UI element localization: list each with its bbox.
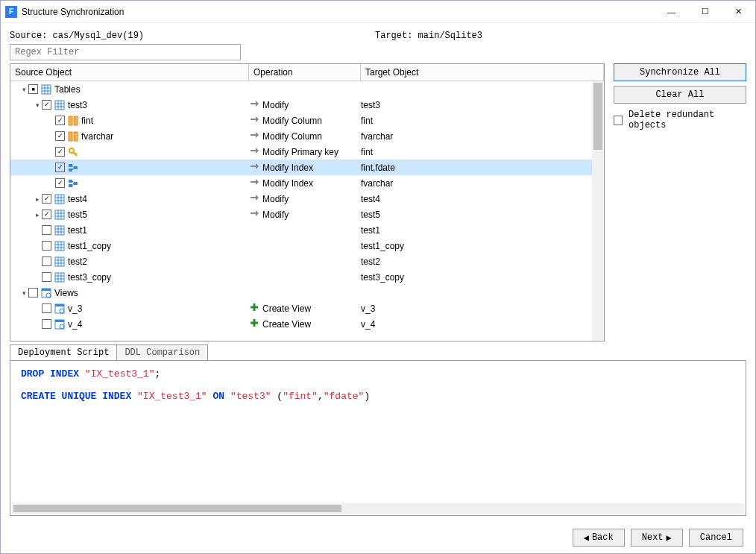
row-checkbox[interactable] (55, 178, 65, 188)
maximize-button[interactable]: ☐ (688, 1, 722, 23)
expand-toggle[interactable]: ▾ (19, 86, 28, 93)
close-button[interactable]: ✕ (722, 1, 755, 23)
expand-toggle (46, 133, 55, 140)
row-checkbox[interactable] (42, 256, 51, 266)
table-row[interactable]: ▸test4Modifytest4 (10, 191, 604, 207)
row-checkbox[interactable] (55, 163, 65, 172)
grid-body: ▾Tables▾test3Modifytest3 fintModify Colu… (10, 81, 604, 341)
row-label: test2 (68, 256, 87, 267)
row-label: test3 (68, 100, 87, 110)
clear-all-button[interactable]: Clear All (614, 86, 746, 104)
next-button[interactable]: Next▶ (631, 529, 683, 547)
svg-rect-16 (69, 132, 72, 141)
table-row[interactable]: Modify Primary keyfint (10, 144, 604, 160)
cancel-button[interactable]: Cancel (689, 529, 743, 547)
row-checkbox[interactable] (28, 84, 38, 94)
table-row[interactable]: test1test1 (10, 222, 604, 238)
table-row[interactable]: test2test2 (10, 254, 604, 269)
horizontal-scrollbar[interactable] (12, 503, 744, 514)
row-label: v_3 (68, 303, 82, 314)
expand-toggle (46, 148, 55, 156)
table-row[interactable]: ▾test3Modifytest3 (10, 97, 604, 113)
vertical-scrollbar[interactable] (592, 81, 604, 341)
table-row[interactable]: ▸test5Modifytest5 (10, 207, 604, 222)
svg-rect-74 (42, 289, 51, 291)
row-checkbox[interactable] (55, 131, 65, 141)
target-label: test1 (361, 225, 604, 236)
object-grid: Source Object Operation Target Object ▾T… (10, 63, 605, 341)
row-label: test1 (68, 225, 87, 236)
row-checkbox[interactable] (28, 288, 38, 298)
sql-keyword: CREATE UNIQUE INDEX (21, 391, 131, 402)
row-checkbox[interactable] (42, 319, 51, 329)
operation-label: Modify Index (262, 178, 313, 189)
minimize-button[interactable]: — (655, 1, 688, 23)
row-checkbox[interactable] (42, 272, 51, 282)
operation-label: Modify (262, 194, 289, 204)
row-checkbox[interactable] (55, 116, 65, 125)
operation-label: Create View (262, 319, 311, 330)
titlebar: F Structure Synchronization — ☐ ✕ (1, 1, 755, 23)
table-row[interactable]: v_4Create Viewv_4 (10, 316, 604, 332)
expand-toggle[interactable]: ▸ (33, 211, 42, 218)
regex-filter-input[interactable] (10, 44, 241, 60)
table-row[interactable]: fintModify Columnfint (10, 113, 604, 128)
modify-arrow-icon (249, 208, 259, 221)
row-checkbox[interactable] (42, 210, 51, 219)
delete-redundant-checkbox[interactable]: Delete redundant objects (614, 110, 746, 130)
expand-toggle[interactable]: ▾ (19, 289, 28, 297)
key-icon (68, 147, 78, 157)
svg-rect-63 (55, 257, 64, 266)
expand-toggle[interactable]: ▸ (33, 195, 42, 203)
row-checkbox[interactable] (42, 194, 51, 204)
svg-rect-12 (69, 116, 72, 125)
table-icon (54, 194, 65, 204)
svg-marker-52 (256, 210, 259, 216)
operation-label: Modify Index (262, 163, 313, 173)
svg-marker-31 (256, 163, 259, 169)
table-row[interactable]: Modify Indexfvarchar (10, 175, 604, 191)
column-operation[interactable]: Operation (249, 64, 361, 81)
svg-rect-39 (55, 195, 64, 204)
svg-line-22 (75, 153, 77, 154)
side-panel: Synchronize All Clear All Delete redunda… (614, 63, 746, 341)
tab-ddl-comparison[interactable]: DDL Comparison (116, 344, 208, 360)
expand-toggle[interactable]: ▾ (33, 101, 42, 109)
table-icon (54, 225, 65, 236)
row-checkbox[interactable] (42, 100, 51, 110)
table-row[interactable]: test1_copytest1_copy (10, 238, 604, 254)
svg-rect-68 (55, 273, 64, 282)
synchronize-all-button[interactable]: Synchronize All (614, 63, 746, 81)
expand-toggle (33, 227, 42, 234)
column-source[interactable]: Source Object (10, 64, 249, 81)
svg-rect-33 (69, 184, 72, 187)
svg-rect-5 (55, 101, 64, 110)
row-checkbox[interactable] (42, 303, 51, 313)
svg-rect-27 (74, 166, 78, 169)
modify-arrow-icon (249, 192, 259, 205)
target-label: test3_copy (361, 272, 604, 283)
row-checkbox[interactable] (42, 241, 51, 251)
target-label: test3 (361, 100, 604, 110)
tab-deployment-script[interactable]: Deployment Script (10, 344, 117, 360)
tables-icon (41, 84, 51, 95)
back-button[interactable]: ◀Back (573, 529, 625, 547)
row-label: v_4 (68, 319, 82, 330)
row-checkbox[interactable] (42, 225, 51, 235)
table-row[interactable]: test3_copytest3_copy (10, 269, 604, 285)
sql-string: "test3" (230, 391, 271, 402)
column-target[interactable]: Target Object (361, 64, 604, 81)
index-icon (68, 163, 78, 173)
table-row[interactable]: ▾Views (10, 285, 604, 300)
operation-label: Modify Column (262, 116, 322, 126)
table-row[interactable]: ▾Tables (10, 81, 604, 97)
table-icon (54, 210, 65, 220)
expand-toggle (33, 258, 42, 265)
operation-label: Modify Primary key (262, 147, 338, 157)
table-row[interactable]: Modify Indexfint,fdate (10, 160, 604, 175)
script-body[interactable]: DROP INDEX "IX_test3_1"; CREATE UNIQUE I… (10, 360, 746, 516)
table-row[interactable]: fvarcharModify Columnfvarchar (10, 128, 604, 144)
table-row[interactable]: v_3Create Viewv_3 (10, 300, 604, 316)
row-checkbox[interactable] (55, 147, 65, 157)
row-label: test3_copy (68, 272, 111, 283)
